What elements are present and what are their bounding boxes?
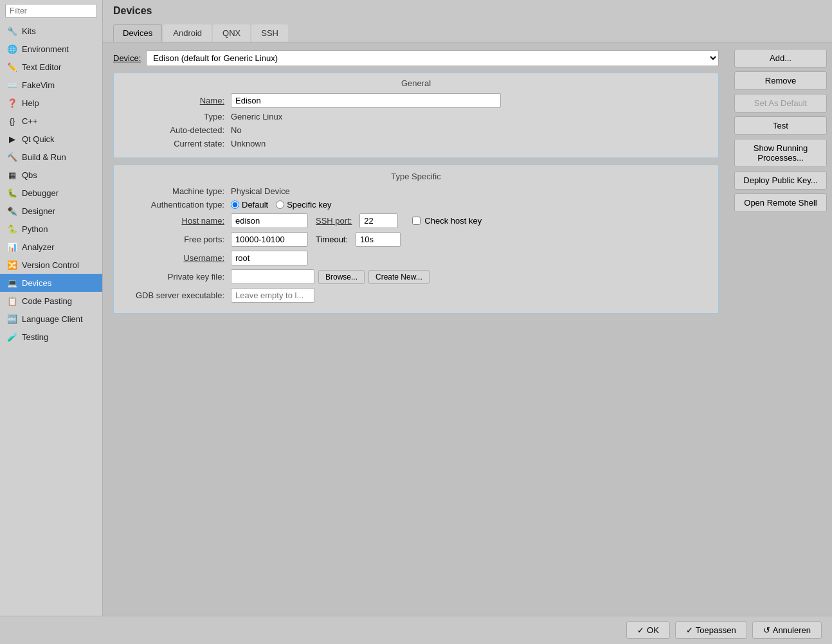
version-control-icon: 🔀 bbox=[6, 259, 18, 271]
sidebar-label-language-client: Language Client bbox=[22, 314, 83, 324]
sidebar-item-cpp[interactable]: {} C++ bbox=[0, 112, 102, 130]
type-row: Type: Generic Linux bbox=[122, 112, 710, 121]
device-select[interactable]: Edison (default for Generic Linux) bbox=[146, 50, 719, 66]
sidebar-item-text-editor[interactable]: ✏️ Text Editor bbox=[0, 58, 102, 76]
auth-type-row: Authentication type: Default Specific ke… bbox=[122, 200, 710, 210]
ok-button[interactable]: ✓ OK bbox=[626, 622, 670, 639]
host-name-row: Host name: SSH port: Check host key bbox=[122, 213, 710, 228]
sidebar-item-environment[interactable]: 🌐 Environment bbox=[0, 40, 102, 58]
show-running-button[interactable]: Show Running Processes... bbox=[734, 139, 827, 167]
tab-devices[interactable]: Devices bbox=[113, 24, 162, 42]
open-remote-shell-button[interactable]: Open Remote Shell bbox=[734, 193, 827, 212]
auth-default-label: Default bbox=[242, 200, 268, 210]
browse-button[interactable]: Browse... bbox=[318, 270, 365, 284]
auth-default-radio[interactable] bbox=[231, 201, 239, 209]
sidebar-item-help[interactable]: ❓ Help bbox=[0, 94, 102, 112]
sidebar-label-qt-quick: Qt Quick bbox=[22, 134, 55, 144]
private-key-input[interactable] bbox=[231, 269, 314, 284]
private-key-label: Private key file: bbox=[122, 272, 224, 282]
apply-checkmark-icon: ✓ bbox=[686, 625, 693, 635]
check-host-label: Check host key bbox=[424, 216, 482, 226]
name-input[interactable] bbox=[231, 93, 501, 108]
sidebar-label-cpp: C++ bbox=[22, 116, 38, 126]
sidebar-item-version-control[interactable]: 🔀 Version Control bbox=[0, 256, 102, 274]
sidebar-label-designer: Designer bbox=[22, 206, 55, 216]
free-ports-input[interactable] bbox=[231, 232, 308, 247]
sidebar-item-debugger[interactable]: 🐛 Debugger bbox=[0, 184, 102, 202]
cancel-button[interactable]: ↺ Annuleren bbox=[752, 622, 822, 639]
ssh-port-input[interactable] bbox=[359, 213, 398, 228]
sidebar-label-debugger: Debugger bbox=[22, 188, 59, 198]
sidebar-item-analyzer[interactable]: 📊 Analyzer bbox=[0, 238, 102, 256]
sidebar-label-analyzer: Analyzer bbox=[22, 242, 55, 252]
auto-detected-value: No bbox=[231, 125, 242, 135]
sidebar-label-build-run: Build & Run bbox=[22, 152, 66, 162]
sidebar-item-qbs[interactable]: ▦ Qbs bbox=[0, 166, 102, 184]
deploy-public-key-button[interactable]: Deploy Public Key... bbox=[734, 171, 827, 190]
devices-icon: 💻 bbox=[6, 277, 18, 289]
set-default-button[interactable]: Set As Default bbox=[734, 94, 827, 112]
bottom-bar: ✓ OK ✓ Toepassen ↺ Annuleren bbox=[0, 616, 832, 644]
device-label: Device: bbox=[113, 53, 141, 63]
remove-button[interactable]: Remove bbox=[734, 71, 827, 90]
tab-android[interactable]: Android bbox=[163, 24, 212, 42]
gdb-row: GDB server executable: bbox=[122, 288, 710, 303]
sidebar-item-devices[interactable]: 💻 Devices bbox=[0, 274, 102, 292]
sidebar-item-qt-quick[interactable]: ▶ Qt Quick bbox=[0, 130, 102, 148]
python-icon: 🐍 bbox=[6, 223, 18, 235]
name-label: Name: bbox=[122, 96, 224, 105]
sidebar-label-testing: Testing bbox=[22, 332, 48, 342]
auth-specific-option[interactable]: Specific key bbox=[276, 200, 331, 210]
sidebar-item-build-run[interactable]: 🔨 Build & Run bbox=[0, 148, 102, 166]
sidebar-item-testing[interactable]: 🧪 Testing bbox=[0, 328, 102, 346]
sidebar-label-kits: Kits bbox=[22, 26, 36, 36]
tabs-container: DevicesAndroidQNXSSH bbox=[113, 24, 289, 42]
timeout-input[interactable] bbox=[356, 232, 401, 247]
general-section: General Name: Type: Generic Linux Auto-d… bbox=[113, 73, 719, 158]
analyzer-icon: 📊 bbox=[6, 241, 18, 253]
sidebar-item-language-client[interactable]: 🔤 Language Client bbox=[0, 310, 102, 328]
auto-detected-label: Auto-detected: bbox=[122, 125, 224, 135]
host-name-input[interactable] bbox=[231, 213, 308, 228]
sidebar-item-code-pasting[interactable]: 📋 Code Pasting bbox=[0, 292, 102, 310]
sidebar-item-designer[interactable]: ✒️ Designer bbox=[0, 202, 102, 220]
free-ports-label: Free ports: bbox=[122, 235, 224, 244]
check-host-row: Check host key bbox=[412, 216, 482, 226]
kits-icon: 🔧 bbox=[6, 25, 18, 37]
testing-icon: 🧪 bbox=[6, 331, 18, 343]
sidebar-label-text-editor: Text Editor bbox=[22, 62, 61, 72]
designer-icon: ✒️ bbox=[6, 205, 18, 217]
tab-ssh[interactable]: SSH bbox=[251, 24, 288, 42]
private-key-controls: Browse... Create New... bbox=[231, 269, 430, 284]
gdb-input[interactable] bbox=[231, 288, 314, 303]
sidebar-label-environment: Environment bbox=[22, 44, 69, 54]
tab-qnx[interactable]: QNX bbox=[213, 24, 250, 42]
auth-radio-group: Default Specific key bbox=[231, 200, 332, 210]
cancel-label: Annuleren bbox=[773, 625, 811, 635]
auth-specific-radio[interactable] bbox=[276, 201, 284, 209]
current-state-row: Current state: Unknown bbox=[122, 139, 710, 148]
sidebar-item-fakevim[interactable]: ⌨️ FakeVim bbox=[0, 76, 102, 94]
apply-label: Toepassen bbox=[696, 625, 736, 635]
sidebar-item-kits[interactable]: 🔧 Kits bbox=[0, 22, 102, 40]
auth-default-option[interactable]: Default bbox=[231, 200, 268, 210]
filter-input[interactable] bbox=[5, 4, 97, 18]
ssh-row: SSH port: Check host key bbox=[231, 213, 482, 228]
create-new-button[interactable]: Create New... bbox=[368, 270, 430, 284]
type-value: Generic Linux bbox=[231, 112, 282, 121]
debugger-icon: 🐛 bbox=[6, 187, 18, 199]
help-icon: ❓ bbox=[6, 97, 18, 109]
sidebar-items: 🔧 Kits 🌐 Environment ✏️ Text Editor ⌨️ F… bbox=[0, 22, 102, 346]
main-panel: Device: Edison (default for Generic Linu… bbox=[103, 42, 832, 616]
username-row: Username: bbox=[122, 251, 710, 265]
right-buttons-panel: Add... Remove Set As Default Test Show R… bbox=[729, 42, 832, 616]
page-title: Devices bbox=[103, 0, 832, 22]
apply-button[interactable]: ✓ Toepassen bbox=[675, 622, 747, 639]
sidebar-item-python[interactable]: 🐍 Python bbox=[0, 220, 102, 238]
add-button[interactable]: Add... bbox=[734, 49, 827, 67]
username-input[interactable] bbox=[231, 251, 308, 265]
check-host-checkbox[interactable] bbox=[412, 217, 421, 225]
test-button[interactable]: Test bbox=[734, 116, 827, 135]
fakevim-icon: ⌨️ bbox=[6, 79, 18, 91]
sidebar-label-version-control: Version Control bbox=[22, 260, 79, 270]
